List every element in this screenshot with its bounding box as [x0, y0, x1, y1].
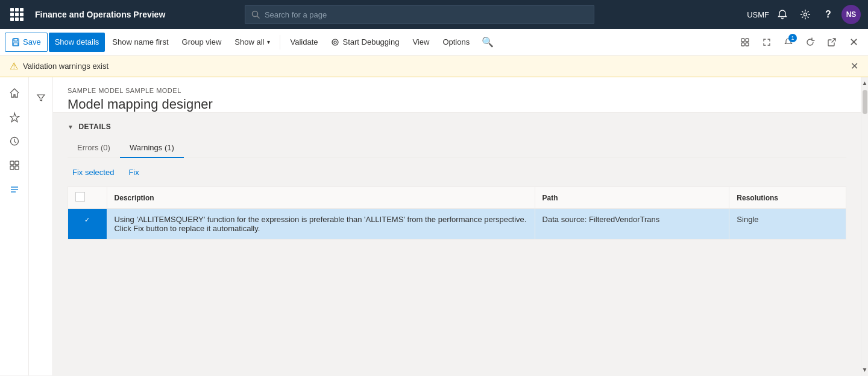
view-button[interactable]: View — [406, 33, 435, 52]
app-grid-menu[interactable] — [7, 5, 27, 24]
close-validation-button[interactable]: ✕ — [851, 60, 858, 72]
sidebar-recent-icon[interactable] — [4, 130, 25, 152]
svg-rect-13 — [10, 161, 14, 165]
filter-icon[interactable] — [30, 87, 52, 109]
settings-button[interactable] — [796, 5, 815, 24]
col-description: Description — [107, 187, 535, 209]
show-details-button[interactable]: Show details — [49, 33, 105, 52]
fix-button[interactable]: Fix — [124, 165, 143, 179]
show-all-button[interactable]: Show all ▾ — [228, 33, 276, 52]
page-header: SAMPLE MODEL SAMPLE MODEL Model mapping … — [53, 77, 861, 113]
col-resolutions: Resolutions — [729, 187, 846, 209]
svg-rect-9 — [746, 39, 749, 42]
svg-rect-14 — [15, 161, 19, 165]
collapse-icon: ▼ — [68, 124, 74, 130]
search-placeholder: Search for a page — [265, 10, 327, 19]
left-sidebar — [0, 77, 29, 375]
show-all-label: Show all — [234, 37, 264, 46]
details-label: DETAILS — [78, 123, 111, 131]
select-all-checkbox[interactable] — [75, 192, 85, 202]
scroll-thumb[interactable] — [863, 90, 867, 114]
show-name-first-button[interactable]: Show name first — [106, 33, 174, 52]
svg-rect-10 — [741, 43, 744, 46]
validation-message: Validation warnings exist — [23, 62, 108, 71]
debug-icon — [331, 38, 339, 46]
toolbar: Save Show details Show name first Group … — [0, 29, 868, 56]
separator-1 — [280, 35, 280, 49]
warnings-table: Description Path Resolutions ✓ — [68, 186, 846, 240]
scroll-down-arrow[interactable]: ▼ — [860, 364, 868, 375]
group-view-label: Group view — [182, 37, 222, 46]
close-button[interactable]: ✕ — [844, 33, 863, 52]
fix-selected-button[interactable]: Fix selected — [68, 165, 119, 179]
start-debugging-label: Start Debugging — [342, 37, 399, 46]
notifications-button[interactable] — [773, 5, 792, 24]
svg-rect-8 — [741, 39, 744, 42]
svg-point-6 — [332, 39, 338, 45]
group-view-button[interactable]: Group view — [176, 33, 228, 52]
scroll-up-arrow[interactable]: ▲ — [860, 77, 868, 89]
personalize-button[interactable] — [735, 33, 755, 52]
table-row[interactable]: ✓ Using 'ALLITEMSQUERY' function for the… — [68, 209, 846, 240]
warning-icon: ⚠ — [10, 60, 18, 72]
show-details-label: Show details — [55, 37, 99, 46]
col-path: Path — [535, 187, 729, 209]
refresh-button[interactable] — [800, 33, 820, 52]
svg-point-7 — [334, 41, 336, 43]
grid-icon — [10, 8, 24, 21]
right-scrollbar: ▲ ▼ — [861, 77, 868, 375]
badge-count: 1 — [788, 34, 797, 42]
sidebar-list-icon[interactable] — [4, 179, 25, 200]
options-label: Options — [442, 37, 470, 46]
search-bar[interactable]: Search for a page — [245, 5, 594, 24]
top-nav: Finance and Operations Preview Search fo… — [0, 0, 868, 29]
details-section-header[interactable]: ▼ DETAILS — [68, 123, 846, 131]
row-checkbox[interactable]: ✓ — [83, 215, 92, 225]
save-label: Save — [23, 37, 41, 46]
validate-label: Validate — [290, 37, 318, 46]
svg-line-1 — [257, 16, 259, 19]
fullscreen-button[interactable] — [757, 33, 776, 52]
help-button[interactable]: ? — [819, 5, 838, 24]
main-layout: SAMPLE MODEL SAMPLE MODEL Model mapping … — [0, 77, 868, 375]
toolbar-search-icon[interactable]: 🔍 — [479, 34, 496, 50]
filter-column — [29, 77, 53, 375]
toolbar-right: 1 ✕ — [735, 33, 863, 52]
sidebar-workspaces-icon[interactable] — [4, 155, 25, 176]
options-button[interactable]: Options — [436, 33, 476, 52]
save-button[interactable]: Save — [5, 33, 48, 52]
validate-button[interactable]: Validate — [284, 33, 324, 52]
show-name-first-label: Show name first — [112, 37, 168, 46]
svg-point-2 — [804, 13, 807, 16]
app-title: Finance and Operations Preview — [35, 10, 165, 19]
tab-errors[interactable]: Errors (0) — [68, 138, 120, 158]
table-header-row: Description Path Resolutions — [68, 187, 846, 209]
user-company: USMF — [747, 10, 769, 19]
svg-rect-5 — [13, 43, 18, 45]
details-section: ▼ DETAILS Errors (0) Warnings (1) Fix se… — [53, 113, 861, 249]
open-external-button[interactable] — [822, 33, 841, 52]
tab-warnings[interactable]: Warnings (1) — [120, 138, 184, 158]
col-checkbox — [68, 187, 107, 209]
row-path: Data source: FilteredVendorTrans — [535, 209, 729, 240]
breadcrumb: SAMPLE MODEL SAMPLE MODEL — [68, 87, 846, 94]
svg-rect-16 — [15, 166, 19, 170]
scroll-track[interactable] — [863, 90, 867, 363]
sidebar-favorites-icon[interactable] — [4, 106, 25, 128]
save-icon — [11, 38, 20, 46]
row-resolution: Single — [729, 209, 846, 240]
row-description: Using 'ALLITEMSQUERY' function for the e… — [107, 209, 535, 240]
start-debugging-button[interactable]: Start Debugging — [325, 33, 405, 52]
view-label: View — [412, 37, 429, 46]
notification-badge-button[interactable]: 1 — [779, 33, 798, 52]
row-checkbox-cell: ✓ — [68, 209, 107, 240]
action-buttons: Fix selected Fix — [68, 165, 846, 179]
svg-rect-11 — [746, 43, 749, 46]
search-icon — [251, 10, 260, 19]
details-tabs: Errors (0) Warnings (1) — [68, 138, 846, 158]
svg-rect-4 — [14, 39, 17, 41]
avatar[interactable]: NS — [841, 5, 861, 24]
sidebar-home-icon[interactable] — [4, 82, 25, 104]
validation-bar: ⚠ Validation warnings exist ✕ — [0, 56, 868, 77]
chevron-down-icon: ▾ — [267, 39, 270, 45]
